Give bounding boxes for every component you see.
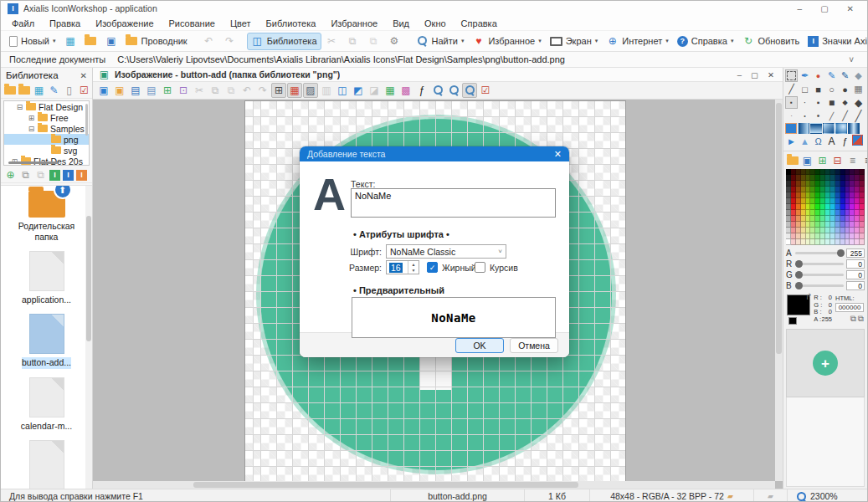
dots-toggle-button[interactable]: ▥ <box>319 83 334 98</box>
insert-image-button[interactable]: ▦ <box>383 83 398 98</box>
save-button[interactable]: ▤ <box>128 83 143 98</box>
slider-track[interactable] <box>795 284 844 287</box>
slider-value[interactable]: 255 <box>846 248 865 258</box>
copy-color-icon[interactable]: ⧉ <box>850 314 856 324</box>
copy-file-button[interactable]: ⧉ <box>19 169 32 182</box>
palette-color-cell[interactable] <box>860 216 865 222</box>
adjust-colors-button[interactable] <box>852 135 863 146</box>
fill-gradient-diagonal[interactable] <box>823 123 835 134</box>
ok-button[interactable]: OK <box>455 338 504 353</box>
favorites-button[interactable]: ♥ Избранное ▾ <box>468 33 545 50</box>
status-panel-toggle[interactable]: ▰ <box>753 489 787 502</box>
delete-item-button[interactable]: ▯ <box>63 85 75 97</box>
open-palette-button[interactable] <box>787 156 799 165</box>
dialog-close-icon[interactable]: ✕ <box>554 149 562 160</box>
alpha-slider[interactable]: A 255 <box>786 248 865 258</box>
html-color-value[interactable]: 000000 <box>835 303 864 312</box>
document-close-button[interactable]: ✕ <box>768 70 774 79</box>
document-maximize-button[interactable]: ▢ <box>751 70 758 79</box>
palette-menu-button[interactable]: ≡ <box>861 154 868 166</box>
slash-size-2[interactable]: ╱ <box>839 110 851 122</box>
fill-solid[interactable] <box>785 123 797 134</box>
color-picker-tool[interactable]: ✒ <box>799 69 811 82</box>
tree-item-png[interactable]: png <box>4 134 89 145</box>
brush-tool[interactable]: ✎ <box>839 69 851 82</box>
slider-value[interactable]: 0 <box>846 281 865 290</box>
spin-down-icon[interactable]: ▼ <box>408 268 419 274</box>
menu-image[interactable]: Изображение <box>88 18 161 29</box>
cut-button[interactable]: ✂ <box>321 33 342 50</box>
help-button[interactable]: ? Справка ▾ <box>673 33 738 50</box>
settings-button[interactable]: ⚙ <box>384 33 405 50</box>
slider-knob[interactable] <box>795 282 803 289</box>
resize-button[interactable]: ⊡ <box>176 83 191 98</box>
paste-file-button[interactable]: ⧉ <box>34 169 47 182</box>
tree-horizontal-scrollbar[interactable] <box>8 161 58 164</box>
stripes-toggle-button[interactable]: ▨ <box>303 83 318 98</box>
make-icon-blue-button[interactable]: I <box>63 170 74 181</box>
palette-color-cell[interactable] <box>860 169 865 175</box>
font-select[interactable]: NoNaMe Classic ˅ <box>386 244 506 259</box>
slider-track[interactable] <box>795 263 844 265</box>
new-collection-button[interactable]: ▦ <box>33 85 45 97</box>
canvas-vertical-scrollbar[interactable] <box>775 100 783 481</box>
new-library-button[interactable] <box>4 86 16 95</box>
blue-slider[interactable]: B 0 <box>786 280 865 290</box>
fill-gradient-horizontal[interactable] <box>798 123 809 134</box>
line-tool[interactable]: ╱ <box>785 83 798 95</box>
size-value[interactable]: 16 <box>389 263 403 273</box>
rotate-button[interactable]: Ω <box>812 135 824 147</box>
tree-item-flat-des-20s[interactable]: ⊞ Flat Des 20s <box>4 156 89 166</box>
select-items-button[interactable]: ☑ <box>78 85 90 97</box>
axialis-icons-button[interactable]: I Значки Axialis <box>804 33 868 50</box>
tree-item-flat-design[interactable]: ⊟ Flat Design <box>4 101 89 112</box>
flip-horizontal-button[interactable]: ► <box>785 135 798 147</box>
filled-ellipse-tool[interactable]: ● <box>839 83 851 95</box>
palette-color-cell[interactable] <box>860 233 865 239</box>
save-palette-button[interactable]: ▣ <box>801 154 814 166</box>
tree-expander-icon[interactable]: ⊟ <box>28 125 35 133</box>
tree-item-samples[interactable]: ⊟ Samples <box>4 123 89 134</box>
panel-close-icon[interactable]: ✕ <box>80 71 87 80</box>
add-format-button[interactable]: ⊞ <box>160 83 175 98</box>
brush-size-1[interactable]: ▪ <box>785 96 798 109</box>
menu-help[interactable]: Справка <box>454 18 505 29</box>
update-button[interactable]: ↻ Обновить <box>737 33 804 50</box>
slider-knob[interactable] <box>795 271 803 279</box>
minimize-button[interactable]: – <box>798 4 803 13</box>
test-icon-button[interactable]: ☑ <box>478 83 493 98</box>
tree-item-free[interactable]: ⊞ Free <box>4 112 89 123</box>
zoom-in-button[interactable] <box>430 83 445 98</box>
file-item-partial[interactable] <box>1 440 92 489</box>
slider-track[interactable] <box>795 274 844 276</box>
cut-button[interactable]: ✂ <box>192 83 207 98</box>
screen-button[interactable]: Экран ▾ <box>546 33 603 50</box>
cancel-button[interactable]: Отмена <box>510 338 558 353</box>
fill-bucket-tool[interactable]: ◆ <box>852 69 865 82</box>
green-slider[interactable]: G 0 <box>786 269 865 279</box>
palette-color-cell[interactable] <box>860 198 865 204</box>
new-image-button[interactable]: ▣ <box>112 83 127 98</box>
canvas-horizontal-scrollbar[interactable] <box>93 481 775 489</box>
make-icon-orange-button[interactable]: I <box>76 170 87 181</box>
flip-vertical-button[interactable]: ▲ <box>799 135 811 147</box>
file-item-parent-folder[interactable]: Родительская папка <box>1 191 92 243</box>
new-button[interactable]: Новый ▾ <box>5 33 59 50</box>
grid-toggle-button[interactable]: ⊞ <box>271 83 286 98</box>
chevron-down-icon[interactable]: ˅ <box>849 55 859 64</box>
palette-color-cell[interactable] <box>860 187 865 192</box>
menu-window[interactable]: Окно <box>417 18 454 29</box>
status-zoom[interactable]: 2300% <box>787 489 867 502</box>
slider-knob[interactable] <box>795 260 803 268</box>
tree-vertical-scrollbar[interactable] <box>85 104 88 136</box>
text-tool-button[interactable]: A <box>825 135 838 147</box>
paste-color-icon[interactable]: ⧉ <box>858 314 864 324</box>
palette-color-cell[interactable] <box>860 239 865 245</box>
brush-size-2[interactable]: · <box>799 96 811 109</box>
paste-button[interactable]: ⧉ <box>363 33 384 50</box>
undo-button[interactable]: ↶ <box>239 83 254 98</box>
file-item-application[interactable]: application... <box>1 251 92 305</box>
pencil-tool[interactable]: ✎ <box>825 69 838 82</box>
slash-size-3[interactable]: ╱ <box>852 110 865 122</box>
menu-favorites[interactable]: Избранное <box>323 18 385 29</box>
